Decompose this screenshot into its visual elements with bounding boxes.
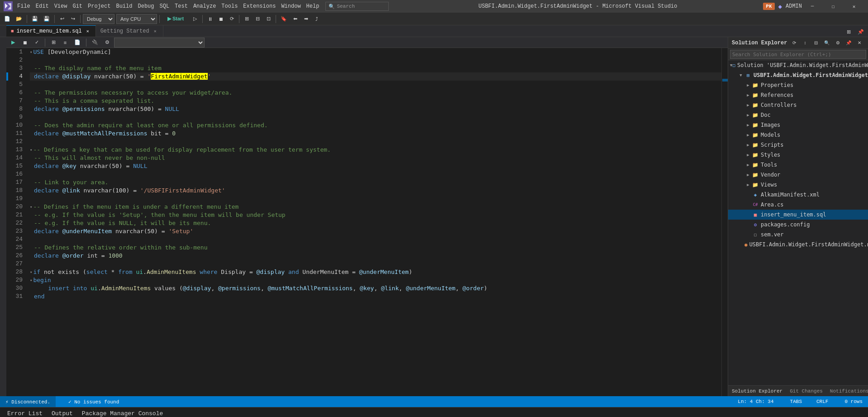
menu-window[interactable]: Window <box>278 3 303 10</box>
tree-item-alkamimanifest-xml[interactable]: ◈AlkamiManifest.xml <box>728 190 868 200</box>
se-search-bar <box>728 49 868 60</box>
menu-test[interactable]: Test <box>172 3 191 10</box>
menu-project[interactable]: Project <box>85 3 113 10</box>
se-sync-button[interactable]: ⟳ <box>789 38 799 48</box>
results-file-button[interactable]: 📄 <box>72 38 83 48</box>
toolbar-btn-2[interactable]: ⏹ <box>216 14 226 24</box>
toolbar-btn-8[interactable]: ⬅ <box>290 14 300 24</box>
new-file-button[interactable]: 📄 <box>2 14 13 24</box>
se-tab-solution[interactable]: Solution Explorer <box>728 388 786 394</box>
tree-item-doc[interactable]: ▶📁Doc <box>728 110 868 120</box>
open-file-button[interactable]: 📂 <box>14 14 24 24</box>
menu-edit[interactable]: Edit <box>33 3 52 10</box>
menu-file[interactable]: File <box>14 3 33 10</box>
tree-item-area-cs[interactable]: C#Area.cs <box>728 200 868 210</box>
menu-extensions[interactable]: Extensions <box>240 3 278 10</box>
tree-item-scripts[interactable]: ▶📁Scripts <box>728 140 868 150</box>
redo-button[interactable]: ↪ <box>68 14 78 24</box>
menu-tools[interactable]: Tools <box>219 3 240 10</box>
results-text-button[interactable]: ≡ <box>60 38 70 48</box>
rows-indicator: 0 rows <box>839 399 868 404</box>
no-issues[interactable]: ✓ No issues found <box>63 396 124 407</box>
se-collapse-button[interactable]: ⊟ <box>811 38 821 48</box>
tab-getting-started-close[interactable]: ✕ <box>152 28 158 34</box>
tree-arrow: ▶ <box>744 143 752 147</box>
window-controls: ─ ☐ ✕ <box>802 0 864 13</box>
execute-button[interactable]: ▶ <box>8 38 18 48</box>
start-button[interactable]: ▶ Start <box>162 14 189 24</box>
toolbar-btn-5[interactable]: ⊟ <box>253 14 262 24</box>
bottom-tab-errors[interactable]: Error List <box>4 409 46 417</box>
se-settings-button[interactable]: ⚙ <box>833 38 843 48</box>
bottom-tab-output[interactable]: Output <box>48 409 76 417</box>
maximize-button[interactable]: ☐ <box>823 0 844 13</box>
code-minimap[interactable] <box>721 48 728 396</box>
toolbar-btn-9[interactable]: ➡ <box>301 14 311 24</box>
project-node[interactable]: ▼ ⊞ USBFI.Admin.Widget.FirstAdminWidget <box>728 70 868 80</box>
tree-item-properties[interactable]: ▶📁Properties <box>728 80 868 90</box>
tree-item-tools[interactable]: ▶📁Tools <box>728 160 868 170</box>
git-status[interactable]: ⚡ Disconnected. <box>0 396 56 407</box>
menu-view[interactable]: View <box>52 3 70 10</box>
stop-button[interactable]: ⏹ <box>20 38 30 48</box>
tree-item-references[interactable]: ▶📁References <box>728 90 868 100</box>
results-grid-button[interactable]: ⊞ <box>48 38 58 48</box>
menu-analyze[interactable]: Analyze <box>191 3 219 10</box>
se-close-button[interactable]: ✕ <box>854 38 864 48</box>
tree-item-insert-menu-item-sql[interactable]: ■insert_menu_item.sql <box>728 210 868 220</box>
solution-node[interactable]: ▼ ◻ Solution 'USBFI.Admin.Widget.FirstAd… <box>728 60 868 70</box>
tree-item-controllers[interactable]: ▶📁Controllers <box>728 100 868 110</box>
tab-insert-close[interactable]: ✕ <box>85 28 91 34</box>
tab-getting-started[interactable]: Getting Started ✕ <box>96 25 163 37</box>
run-button[interactable]: ▷ <box>190 14 200 24</box>
toolbar-separator-2 <box>54 15 55 23</box>
tree-item-images[interactable]: ▶📁Images <box>728 120 868 130</box>
connection-button[interactable]: 🔌 <box>90 38 100 48</box>
menu-git[interactable]: Git <box>70 3 85 10</box>
toolbar-btn-4[interactable]: ⊞ <box>242 14 252 24</box>
toolbar-btn-10[interactable]: ⤴ <box>312 14 322 24</box>
tree-item-usbfi-admin-widget-firstadminwidget-nuspec[interactable]: ◉USBFI.Admin.Widget.FirstAdminWidget.nus… <box>728 240 868 249</box>
tree-arrow: ▶ <box>744 103 752 107</box>
se-filter-button[interactable]: 🔍 <box>822 38 832 48</box>
tab-insert-menu[interactable]: ■ insert_menu_item.sql ✕ <box>6 25 96 37</box>
save-button[interactable]: 💾 <box>29 14 40 24</box>
toolbar-btn-6[interactable]: ⊡ <box>263 14 273 24</box>
menu-help[interactable]: Help <box>304 3 322 10</box>
tree-item-sem-ver[interactable]: ◻sem.ver <box>728 230 868 240</box>
database-select[interactable] <box>114 38 205 48</box>
toolbar-btn-1[interactable]: ⏸ <box>205 14 215 24</box>
undo-button[interactable]: ↩ <box>57 14 67 24</box>
se-pin-button[interactable]: 📌 <box>844 38 854 48</box>
menu-build[interactable]: Build <box>113 3 135 10</box>
toolbar-btn-7[interactable]: 🔖 <box>278 14 289 24</box>
toolbar-separator-7 <box>276 15 276 23</box>
code-area[interactable]: ▾USE [DeveloperDynamic] -- The display n… <box>26 48 721 396</box>
close-button[interactable]: ✕ <box>844 0 864 13</box>
tab-options-button[interactable]: ⊞ <box>844 27 854 37</box>
crlf-indicator[interactable]: CRLF <box>813 399 832 404</box>
tree-icon: 📁 <box>752 91 759 99</box>
menu-debug[interactable]: Debug <box>135 3 157 10</box>
debug-config-select[interactable]: Debug <box>83 14 114 24</box>
toolbar-btn-3[interactable]: ⟳ <box>227 14 237 24</box>
se-refresh-button[interactable]: ↕ <box>800 38 810 48</box>
bottom-tab-pmc[interactable]: Package Manager Console <box>78 409 167 417</box>
profile-initials[interactable]: PK <box>763 3 774 10</box>
menu-sql[interactable]: SQL <box>157 3 172 10</box>
tree-item-vendor[interactable]: ▶📁Vendor <box>728 170 868 180</box>
tree-item-models[interactable]: ▶📁Models <box>728 130 868 140</box>
minimize-button[interactable]: ─ <box>802 0 823 13</box>
title-bar: File Edit View Git Project Build Debug S… <box>0 0 868 13</box>
se-tab-git[interactable]: Git Changes <box>786 388 826 394</box>
se-search-input[interactable] <box>730 50 866 59</box>
save-all-button[interactable]: 💾 <box>41 14 52 24</box>
tree-item-packages-config[interactable]: ⚙packages.config <box>728 220 868 230</box>
se-tab-notifications[interactable]: Notifications <box>826 388 868 394</box>
platform-select[interactable]: Any CPU <box>116 14 157 24</box>
tree-item-views[interactable]: ▶📁Views <box>728 180 868 190</box>
editor-btn-1[interactable]: ⚙ <box>102 38 112 48</box>
parse-button[interactable]: ✓ <box>32 38 42 48</box>
tree-item-styles[interactable]: ▶📁Styles <box>728 150 868 160</box>
tab-pin-button[interactable]: 📌 <box>855 27 866 37</box>
